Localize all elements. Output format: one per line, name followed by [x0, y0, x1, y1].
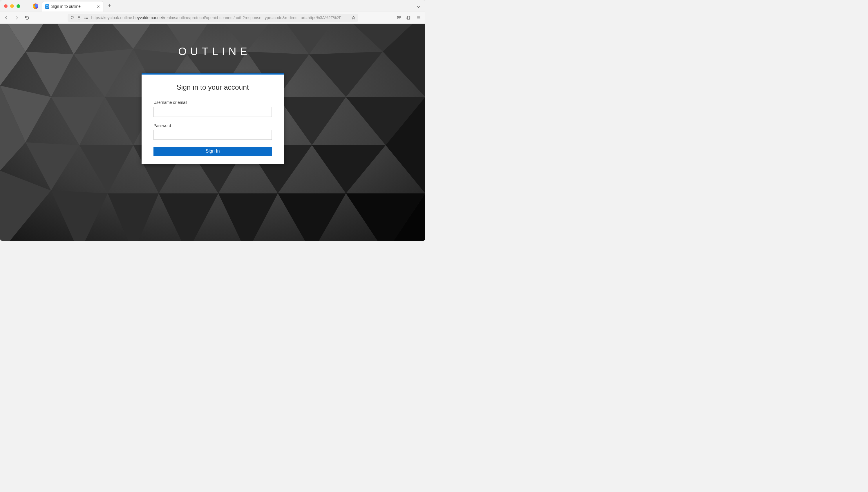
svg-rect-0 — [78, 18, 80, 19]
tabs-overflow-button[interactable] — [416, 5, 421, 9]
browser-titlebar: Sign in to outline — [0, 0, 425, 12]
browser-tab-active[interactable]: Sign in to outline — [42, 1, 103, 11]
password-field: Password — [153, 124, 272, 140]
tab-favicon — [45, 4, 49, 9]
nav-back-button[interactable] — [4, 15, 9, 20]
tracking-protection-icon[interactable] — [70, 16, 74, 20]
tab-strip: Sign in to outline — [42, 0, 113, 11]
window-maximize-button[interactable] — [17, 4, 20, 8]
username-label: Username or email — [153, 100, 272, 105]
url-prefix: https://keycloak.outline. — [91, 16, 133, 20]
firefox-icon — [33, 3, 39, 9]
lock-icon[interactable] — [77, 16, 81, 20]
page-content: OUTLINE Sign in to your account Username… — [0, 24, 425, 241]
tab-close-button[interactable] — [97, 5, 100, 8]
sign-in-button[interactable]: Sign In — [153, 147, 272, 156]
window-controls — [4, 4, 20, 8]
url-text: https://keycloak.outline.heyvaldemar.net… — [91, 16, 348, 20]
svg-rect-2 — [85, 17, 88, 17]
realm-title: OUTLINE — [174, 45, 251, 58]
login-heading: Sign in to your account — [153, 83, 272, 91]
bookmark-star-icon[interactable] — [351, 16, 356, 20]
password-input[interactable] — [153, 130, 272, 140]
svg-point-1 — [84, 17, 85, 18]
url-domain: heyvaldemar.net — [133, 16, 163, 20]
new-tab-button[interactable] — [106, 3, 113, 9]
login-card: Sign in to your account Username or emai… — [142, 73, 284, 164]
window-minimize-button[interactable] — [10, 4, 14, 8]
window-close-button[interactable] — [4, 4, 8, 8]
extensions-icon[interactable] — [406, 15, 412, 20]
username-field: Username or email — [153, 100, 272, 117]
svg-point-3 — [84, 18, 85, 19]
url-path: /realms/outline/protocol/openid-connect/… — [163, 16, 342, 20]
nav-forward-button[interactable] — [14, 15, 20, 20]
url-bar[interactable]: https://keycloak.outline.heyvaldemar.net… — [68, 14, 358, 22]
app-menu-icon[interactable] — [416, 15, 422, 20]
pocket-icon[interactable] — [396, 15, 401, 20]
svg-rect-4 — [85, 18, 88, 19]
nav-reload-button[interactable] — [24, 15, 30, 20]
tab-title: Sign in to outline — [51, 4, 94, 9]
permissions-icon[interactable] — [84, 16, 89, 20]
password-label: Password — [153, 124, 272, 128]
username-input[interactable] — [153, 107, 272, 117]
browser-toolbar: https://keycloak.outline.heyvaldemar.net… — [0, 12, 425, 24]
